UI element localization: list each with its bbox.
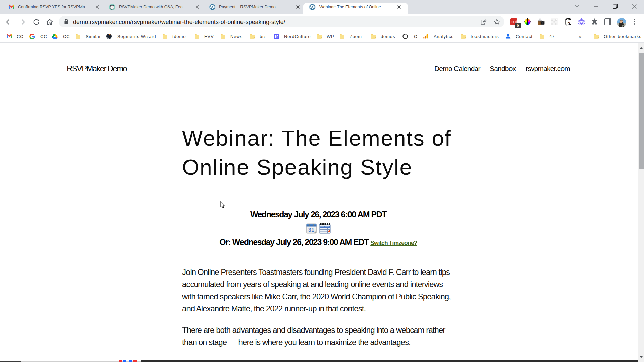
svg-text:N: N [567,21,570,25]
svg-text:31: 31 [308,227,314,233]
